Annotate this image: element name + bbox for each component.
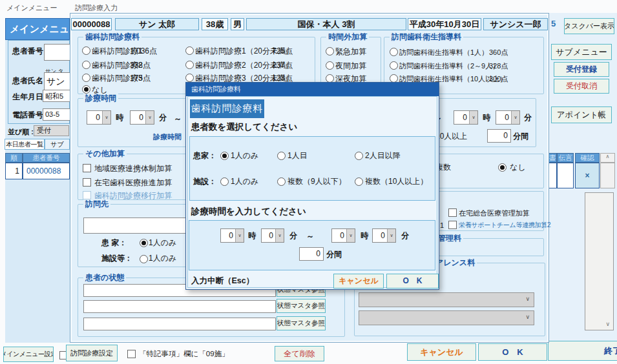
minute-label: 分	[159, 113, 167, 122]
radio-shinryo1[interactable]	[82, 46, 90, 55]
modal-hour-label-2: 時	[361, 231, 368, 240]
modal-shisetsu-opt2: 複数（9人以下）	[288, 177, 346, 186]
radio-none[interactable]	[82, 85, 90, 94]
column-header-patient-no: 患者番号	[23, 153, 70, 163]
table-row-order-cell[interactable]: 1	[5, 163, 23, 179]
radio-eisei2[interactable]	[390, 61, 398, 70]
checkbox-eiyo-support[interactable]	[448, 221, 457, 229]
radio-shinryo3[interactable]	[82, 74, 90, 82]
radio-eisei1[interactable]	[390, 48, 398, 56]
dental-visit-fee-legend: 歯科訪問診療料	[83, 32, 141, 42]
mainmenu-settings-button[interactable]: メインメニュー設定	[3, 347, 54, 362]
modal-radio-shisetsu-1[interactable]	[220, 177, 229, 186]
conference-select-2[interactable]: ∨	[359, 310, 534, 325]
hour-select-end[interactable]: 0∨	[454, 110, 478, 125]
modal-minute-select-end[interactable]: 0∨	[372, 228, 396, 243]
sort-select[interactable]: 受付	[34, 125, 69, 136]
radio-nashi[interactable]	[498, 163, 507, 172]
esc-hint: 入力中断（Esc）	[191, 276, 254, 285]
visit-settings-button[interactable]: 訪問診療設定	[66, 345, 118, 361]
kanke-hitori-label: 1人のみ	[149, 238, 176, 247]
radio-shinryo3b[interactable]	[185, 74, 194, 82]
listbox-panel[interactable]: ∨	[585, 192, 614, 330]
radio-yakan[interactable]	[326, 61, 334, 70]
modal-hour-select-end[interactable]: 0∨	[331, 228, 355, 243]
chevron-up-icon[interactable]: ∧	[600, 153, 615, 163]
condition-master-button-2[interactable]: 状態マスタ参照	[277, 299, 326, 313]
patient-no-input[interactable]	[44, 44, 72, 61]
prefix-fragment: 1	[440, 221, 444, 230]
minute-select-start[interactable]: 0∨	[130, 110, 154, 125]
kanke-label: 患 家：	[101, 238, 127, 247]
checkbox-zaitaku-suishin[interactable]	[83, 178, 91, 187]
tokki-label: 「特記事項」欄に「09施」	[139, 349, 229, 358]
modal-radio-shisetsu-3[interactable]	[355, 177, 363, 186]
radio-shisetsu-hitori[interactable]	[140, 255, 148, 263]
other-additions-legend: その他加算	[83, 149, 127, 159]
duration-unit-label: 分間	[513, 132, 528, 141]
eisei2-points: 328点	[489, 61, 537, 70]
radio-shinryo2b[interactable]	[185, 61, 194, 69]
modal-cancel-button[interactable]: キャンセル	[333, 274, 384, 288]
shinryo1-points: 1,036点	[130, 46, 174, 56]
sidebar-mainmenu-header[interactable]: メインメニュー	[5, 18, 70, 40]
time-entry-prompt: 診療時間を入力してください	[191, 207, 306, 216]
condition-master-button-3[interactable]: 状態マスタ参照	[277, 316, 326, 330]
submenu-button[interactable]: サブメニュー	[551, 44, 612, 60]
conference-select-1[interactable]: ∨	[359, 292, 534, 307]
radio-eisei1-label: 訪問歯科衛生指導料（1人）	[399, 48, 488, 57]
shinryo3-points: 175点	[130, 74, 174, 83]
chevron-down-icon: ∨	[346, 229, 355, 242]
visit-destination-legend: 訪問先	[83, 199, 110, 209]
radio-shinryo1b[interactable]	[185, 46, 194, 55]
radio-none-label: なし	[92, 85, 108, 94]
reception-cancel-button[interactable]: 受付取消	[554, 79, 609, 94]
modal-radio-kanke-3[interactable]	[355, 152, 363, 160]
taskbar-show-button[interactable]: タスクバー表示	[564, 18, 614, 34]
minute-select-end[interactable]: 0∨	[496, 110, 520, 125]
table-row-patient-cell[interactable]: 00000088	[23, 163, 70, 179]
checkbox-tokki[interactable]	[127, 350, 136, 358]
chevron-down-icon: ∨	[235, 229, 244, 242]
radio-kinkyu[interactable]	[326, 47, 334, 56]
reception-register-button[interactable]: 受付登録	[554, 62, 609, 77]
appointment-book-button[interactable]: アポイント帳	[551, 106, 612, 123]
radio-kanke-hitori[interactable]	[140, 239, 148, 247]
modal-ok-button[interactable]: O K	[386, 274, 439, 288]
checkbox-chiiki[interactable]	[83, 164, 91, 172]
modal-radio-kanke-1[interactable]	[220, 152, 229, 160]
exit-button[interactable]: 終了	[548, 341, 617, 361]
condition-input-2[interactable]	[83, 300, 276, 313]
modal-duration-input[interactable]: 0	[299, 247, 324, 261]
nashi-fragment: なし	[510, 163, 526, 172]
sort-label: 並び順 :	[8, 127, 34, 136]
modal-hour-select-start[interactable]: 0∨	[220, 228, 244, 243]
table-cell-kakunin[interactable]: ×	[575, 163, 600, 188]
checkbox-zaitaku-sogo[interactable]	[448, 208, 457, 217]
radio-shinryo2[interactable]	[82, 61, 90, 69]
ok-button[interactable]: O K	[478, 343, 547, 361]
modal-minute-select-start[interactable]: 0∨	[261, 228, 284, 243]
modal-radio-kanke-2[interactable]	[277, 152, 286, 160]
checkbox-ikou-label: 歯科訪問診療移行加算	[94, 191, 172, 200]
header-sex: 男	[231, 18, 244, 30]
dialog-titlebar[interactable]: 歯科訪問診療料	[186, 83, 439, 96]
modal-radio-shisetsu-2[interactable]	[277, 177, 286, 186]
patient-count-groupbox	[189, 136, 435, 201]
cancel-button[interactable]: キャンセル	[407, 343, 476, 361]
hour-select-start[interactable]: 0∨	[87, 110, 111, 125]
scrollbar-track[interactable]	[600, 163, 615, 188]
column-header-kakunin: 確認	[575, 153, 600, 163]
tab-sub[interactable]: サブ	[45, 139, 70, 150]
table-cell-sho[interactable]	[548, 163, 557, 188]
duration-input[interactable]: 0	[487, 129, 511, 143]
chevron-down-icon: ∨	[511, 111, 519, 124]
tab-today-patients[interactable]: 本日患者一覧	[5, 139, 45, 150]
time-entry-groupbox	[189, 220, 435, 270]
header-insurance: 国保・本人 3割	[246, 18, 406, 30]
condition-input-3[interactable]	[83, 318, 276, 330]
checkbox-ikou[interactable]	[83, 191, 91, 199]
tilde-label: ～	[174, 114, 182, 123]
table-cell-dengon[interactable]	[557, 163, 574, 188]
delete-all-button[interactable]: 全て削除	[275, 346, 324, 361]
